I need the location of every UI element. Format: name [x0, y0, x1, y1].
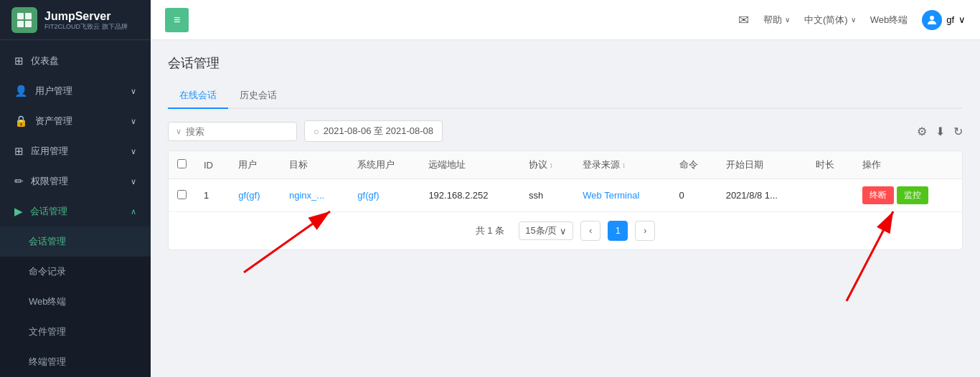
sidebar-toggle-button[interactable]: ≡: [165, 8, 189, 32]
sidebar-item-app-mgmt[interactable]: ⊞ 应用管理 ∨: [0, 136, 151, 166]
web-terminal-link[interactable]: Web终端: [870, 14, 908, 27]
page-size-label: 15条/页: [525, 224, 557, 237]
svg-rect-1: [25, 13, 32, 19]
chevron-down-icon: ∨: [131, 87, 136, 96]
header-command: 命令: [671, 151, 717, 179]
sidebar-item-web-terminal[interactable]: Web终端: [0, 287, 151, 317]
chevron-down-icon: ∨: [131, 117, 136, 126]
date-range-picker[interactable]: ○ 2021-08-06 至 2021-08-08: [304, 120, 443, 142]
toolbar-actions: ⚙ ⬇ ↻: [450, 125, 963, 138]
header-protocol[interactable]: 协议: [520, 151, 574, 179]
header-login-from[interactable]: 登录来源: [574, 151, 670, 179]
lang-label: 中文(简体): [804, 14, 848, 27]
sidebar-item-label: 应用管理: [31, 145, 131, 158]
header-checkbox-col: [169, 151, 195, 179]
sidebar-item-label: 会话管理: [30, 205, 131, 218]
row-command: 0: [671, 179, 717, 212]
page-title: 会话管理: [168, 54, 963, 72]
submenu-item-label: 文件管理: [29, 325, 136, 338]
row-checkbox[interactable]: [177, 190, 187, 199]
page-1-button[interactable]: 1: [608, 221, 628, 241]
search-arrow-icon: ∨: [176, 127, 182, 136]
header: ≡ ✉ 帮助 ∨ 中文(简体) ∨ Web终端 gf ∨: [151, 0, 980, 40]
row-login-from: Web Terminal: [574, 179, 670, 212]
tab-online[interactable]: 在线会话: [168, 83, 228, 109]
settings-button[interactable]: ⚙: [917, 125, 927, 138]
search-input[interactable]: [186, 126, 279, 137]
chevron-up-icon: ∧: [131, 207, 136, 216]
sidebar-item-user-mgmt[interactable]: 👤 用户管理 ∨: [0, 76, 151, 106]
refresh-button[interactable]: ↻: [953, 125, 963, 138]
submenu-item-label: 终端管理: [29, 355, 136, 368]
sidebar: JumpServer FIT2CLOUD飞致云 旗下品牌 ⊞ 仪表盘 👤 用户管…: [0, 0, 151, 377]
prev-page-button[interactable]: ‹: [580, 221, 600, 241]
header-system-user: 系统用户: [349, 151, 420, 179]
lang-arrow-icon: ∨: [851, 16, 856, 24]
main-content: ≡ ✉ 帮助 ∨ 中文(简体) ∨ Web终端 gf ∨: [151, 0, 980, 377]
sidebar-item-perm-mgmt[interactable]: ✏ 权限管理 ∨: [0, 166, 151, 196]
row-protocol: ssh: [520, 179, 574, 212]
search-box[interactable]: ∨: [168, 122, 297, 141]
target-link[interactable]: nginx_...: [289, 190, 324, 201]
sidebar-item-session-management[interactable]: 会话管理: [0, 226, 151, 257]
login-from-link[interactable]: Web Terminal: [583, 190, 639, 201]
chevron-down-icon: ∨: [131, 147, 136, 156]
logo-subtitle: FIT2CLOUD飞致云 旗下品牌: [44, 23, 128, 31]
perm-mgmt-icon: ✏: [14, 175, 24, 188]
row-user: gf(gf): [230, 179, 281, 212]
table-scroll[interactable]: ID 用户 目标 系统用户 远端地址 协议 登录来源 命令 开始日期 时长 操作: [169, 151, 962, 212]
page-size-arrow-icon: ∨: [560, 226, 567, 237]
row-duration: [807, 179, 854, 212]
terminate-button[interactable]: 终断: [862, 186, 894, 204]
lang-menu[interactable]: 中文(简体) ∨: [804, 14, 856, 27]
row-id: 1: [195, 179, 230, 212]
header-target: 目标: [281, 151, 349, 179]
next-page-button[interactable]: ›: [635, 221, 655, 241]
table-container: ID 用户 目标 系统用户 远端地址 协议 登录来源 命令 开始日期 时长 操作: [168, 151, 963, 250]
download-button[interactable]: ⬇: [936, 125, 945, 138]
tab-history[interactable]: 历史会话: [228, 83, 288, 109]
svg-rect-0: [17, 13, 24, 19]
help-arrow-icon: ∨: [785, 16, 790, 24]
submenu-item-label: 命令记录: [29, 265, 136, 278]
tabs: 在线会话 历史会话: [168, 83, 963, 109]
table-row: 1 gf(gf) nginx_... gf(gf) 192.168.2.252: [169, 179, 962, 212]
user-menu[interactable]: gf ∨: [922, 10, 966, 30]
total-count: 共 1 条: [476, 224, 504, 237]
calendar-icon: ○: [314, 126, 319, 137]
sidebar-item-session-mgmt[interactable]: ▶ 会话管理 ∧: [0, 196, 151, 226]
mail-icon[interactable]: ✉: [738, 12, 749, 28]
header-user: 用户: [230, 151, 281, 179]
header-remote-addr: 远端地址: [420, 151, 520, 179]
header-id: ID: [195, 151, 230, 179]
avatar: [922, 10, 942, 30]
row-start-date: 2021/8/8 1...: [717, 179, 807, 212]
user-link[interactable]: gf(gf): [238, 190, 260, 201]
sidebar-item-terminal-mgmt[interactable]: 终端管理: [0, 347, 151, 377]
sidebar-item-asset-mgmt[interactable]: 🔒 资产管理 ∨: [0, 106, 151, 136]
user-arrow-icon: ∨: [958, 14, 966, 25]
sidebar-item-label: 用户管理: [35, 85, 131, 97]
dashboard-icon: ⊞: [14, 54, 24, 67]
asset-mgmt-icon: 🔒: [14, 115, 28, 128]
logo-icon: [11, 7, 37, 33]
user-label: gf: [946, 14, 954, 25]
logo-text: JumpServer FIT2CLOUD飞致云 旗下品牌: [44, 9, 128, 31]
page-size-selector[interactable]: 15条/页 ∨: [519, 221, 573, 240]
content-area: 会话管理 在线会话 历史会话 ∨ ○ 2021-08-06 至 2021-08-…: [151, 40, 980, 377]
sidebar-item-file-mgmt[interactable]: 文件管理: [0, 317, 151, 347]
sidebar-item-label: 仪表盘: [31, 54, 136, 67]
sidebar-item-dashboard[interactable]: ⊞ 仪表盘: [0, 46, 151, 76]
svg-point-4: [930, 16, 934, 20]
row-actions: 终断 监控: [854, 179, 962, 212]
monitor-button[interactable]: 监控: [897, 186, 928, 204]
logo-area: JumpServer FIT2CLOUD飞致云 旗下品牌: [0, 0, 151, 40]
select-all-checkbox[interactable]: [177, 159, 187, 168]
help-menu[interactable]: 帮助 ∨: [763, 14, 790, 27]
sidebar-item-command-records[interactable]: 命令记录: [0, 257, 151, 287]
svg-rect-3: [25, 21, 32, 27]
system-user-link[interactable]: gf(gf): [357, 190, 379, 201]
logo-title: JumpServer: [44, 9, 128, 23]
header-action: 操作: [854, 151, 962, 179]
session-submenu: 会话管理 命令记录 Web终端 文件管理 终端管理: [0, 226, 151, 377]
